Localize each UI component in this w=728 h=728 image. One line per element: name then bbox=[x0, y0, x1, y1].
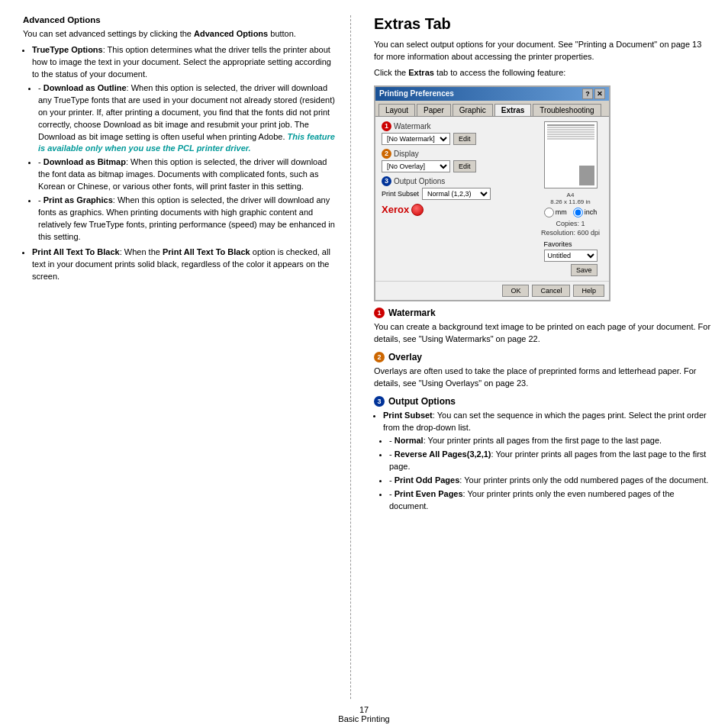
output-label: 3 Output Options bbox=[382, 176, 533, 186]
xerox-ball-icon bbox=[411, 204, 424, 216]
watermark-select[interactable]: [No Watermark] bbox=[382, 133, 450, 145]
watermark-row: [No Watermark] Edit bbox=[382, 133, 533, 145]
xerox-text: Xerox bbox=[382, 204, 409, 215]
dialog-help-btn[interactable]: ? bbox=[582, 89, 593, 99]
page: Advanced Options You can set advanced se… bbox=[0, 0, 728, 728]
preview-line-7 bbox=[547, 138, 594, 140]
print-as-graphics-item: Print as Graphics: When this option is s… bbox=[38, 195, 335, 243]
favorites-select[interactable]: Untitled bbox=[544, 250, 598, 262]
dialog-footer: OK Cancel Help bbox=[375, 281, 609, 300]
watermark-section: 1 Watermark [No Watermark] Edit bbox=[382, 121, 533, 145]
overlay-section-num: 2 bbox=[374, 352, 385, 362]
dialog-left-pane: 1 Watermark [No Watermark] Edit bbox=[382, 121, 533, 276]
watermark-edit-btn[interactable]: Edit bbox=[453, 133, 476, 145]
preview-line-5 bbox=[547, 134, 594, 135]
copies-row: Copies: 1 bbox=[556, 220, 585, 227]
page-label: Basic Printing bbox=[0, 714, 728, 723]
watermark-section-text: You can create a background text image t… bbox=[374, 321, 713, 346]
watermark-section-num: 1 bbox=[374, 308, 385, 318]
print-subset-item: Print Subset: You can set the sequence i… bbox=[383, 410, 713, 514]
print-subset-select[interactable]: Normal (1,2,3) bbox=[422, 188, 491, 200]
output-section-heading: 3 Output Options bbox=[374, 396, 713, 407]
tab-troubleshooting[interactable]: Troubleshooting bbox=[533, 104, 601, 116]
left-column: Advanced Options You can set advanced se… bbox=[0, 15, 351, 699]
download-bitmap-item: Download as Bitmap: When this option is … bbox=[38, 156, 335, 193]
tab-paper[interactable]: Paper bbox=[417, 104, 451, 116]
display-select[interactable]: [No Overlay] bbox=[382, 160, 450, 172]
inch-option[interactable]: inch bbox=[573, 208, 598, 217]
print-all-text-item: Print All Text To Black: When the Print … bbox=[32, 246, 335, 283]
inch-radio[interactable] bbox=[573, 208, 583, 217]
output-section-list: Print Subset: You can set the sequence i… bbox=[383, 410, 713, 514]
watermark-label: 1 Watermark bbox=[382, 121, 533, 131]
display-edit-btn[interactable]: Edit bbox=[453, 160, 476, 172]
dialog-body: 1 Watermark [No Watermark] Edit bbox=[375, 117, 609, 281]
dialog-right-pane: A48.26 x 11.69 in mm inch bbox=[538, 121, 603, 276]
dialog-close-btn[interactable]: ✕ bbox=[594, 89, 605, 99]
even-pages-item: Print Even Pages: Your printer prints on… bbox=[389, 488, 713, 513]
output-num: 3 bbox=[382, 176, 391, 186]
dialog-title: Printing Preferences bbox=[379, 89, 454, 98]
output-section: 3 Output Options Print Subset Normal (1,… bbox=[382, 176, 533, 200]
preview-thumb bbox=[579, 166, 594, 185]
ok-button[interactable]: OK bbox=[502, 285, 529, 297]
truetype-item: TrueType Options: This option determines… bbox=[32, 44, 335, 243]
display-label: 2 Display bbox=[382, 149, 533, 159]
help-button[interactable]: Help bbox=[573, 285, 604, 297]
display-num: 2 bbox=[382, 149, 391, 159]
favorites-section: Favorites Untitled Save bbox=[544, 240, 598, 276]
preview-line-3 bbox=[547, 129, 594, 130]
favorites-row: Untitled bbox=[544, 250, 598, 262]
truetype-sub-list: Download as Outline: When this option is… bbox=[38, 82, 335, 243]
download-outline-item: Download as Outline: When this option is… bbox=[38, 82, 335, 156]
reverse-item: Reverse All Pages(3,2,1): Your printer p… bbox=[389, 449, 713, 473]
right-intro: You can select output options for your d… bbox=[374, 39, 713, 63]
output-section-num: 3 bbox=[374, 396, 385, 407]
watermark-num: 1 bbox=[382, 121, 391, 131]
mm-option[interactable]: mm bbox=[544, 208, 567, 217]
dialog-titlebar: Printing Preferences ? ✕ bbox=[375, 87, 609, 101]
normal-item: Normal: Your printer prints all pages fr… bbox=[389, 435, 713, 447]
content-area: Advanced Options You can set advanced se… bbox=[0, 0, 728, 699]
save-btn[interactable]: Save bbox=[571, 264, 598, 276]
preview-line-4 bbox=[547, 131, 594, 133]
left-heading: Advanced Options bbox=[23, 15, 335, 24]
display-row: [No Overlay] Edit bbox=[382, 160, 533, 172]
tab-extras[interactable]: Extras bbox=[494, 104, 532, 116]
cancel-button[interactable]: Cancel bbox=[532, 285, 570, 297]
print-subset-label: Print Subset bbox=[382, 190, 419, 198]
dialog-titlebar-buttons: ? ✕ bbox=[582, 89, 605, 99]
display-section: 2 Display [No Overlay] Edit bbox=[382, 149, 533, 172]
output-row: Print Subset Normal (1,2,3) bbox=[382, 188, 533, 200]
preview-line-6 bbox=[547, 136, 594, 137]
dialog-tabs: Layout Paper Graphic Extras Troubleshoot… bbox=[375, 101, 609, 117]
right-column: Extras Tab You can select output options… bbox=[351, 15, 728, 699]
preview-line-2 bbox=[547, 127, 594, 128]
left-main-list: TrueType Options: This option determines… bbox=[32, 44, 335, 283]
favorites-label: Favorites bbox=[544, 240, 598, 248]
page-number: 17 bbox=[0, 705, 728, 714]
left-intro: You can set advanced settings by clickin… bbox=[23, 28, 335, 40]
print-subset-sub-list: Normal: Your printer prints all pages fr… bbox=[389, 435, 713, 513]
overlay-section-text: Overlays are often used to take the plac… bbox=[374, 366, 713, 390]
right-heading: Extras Tab bbox=[374, 15, 713, 33]
unit-radio-row: mm inch bbox=[544, 208, 598, 217]
page-preview bbox=[544, 121, 598, 188]
odd-pages-item: Print Odd Pages: Your printer prints onl… bbox=[389, 475, 713, 487]
footer: 17 Basic Printing bbox=[0, 699, 728, 728]
overlay-section-heading: 2 Overlay bbox=[374, 352, 713, 362]
paper-size-info: A48.26 x 11.69 in bbox=[550, 192, 590, 205]
preview-line-1 bbox=[547, 124, 594, 126]
mm-radio[interactable] bbox=[544, 208, 554, 217]
watermark-section-heading: 1 Watermark bbox=[374, 308, 713, 318]
xerox-logo: Xerox bbox=[382, 204, 533, 216]
resolution-row: Resolution: 600 dpi bbox=[541, 229, 600, 237]
printing-preferences-dialog[interactable]: Printing Preferences ? ✕ Layout Paper Gr… bbox=[374, 85, 610, 301]
tab-graphic[interactable]: Graphic bbox=[453, 104, 493, 116]
tab-layout[interactable]: Layout bbox=[378, 104, 415, 116]
right-click-text: Click the Extras tab to access the follo… bbox=[374, 67, 713, 79]
